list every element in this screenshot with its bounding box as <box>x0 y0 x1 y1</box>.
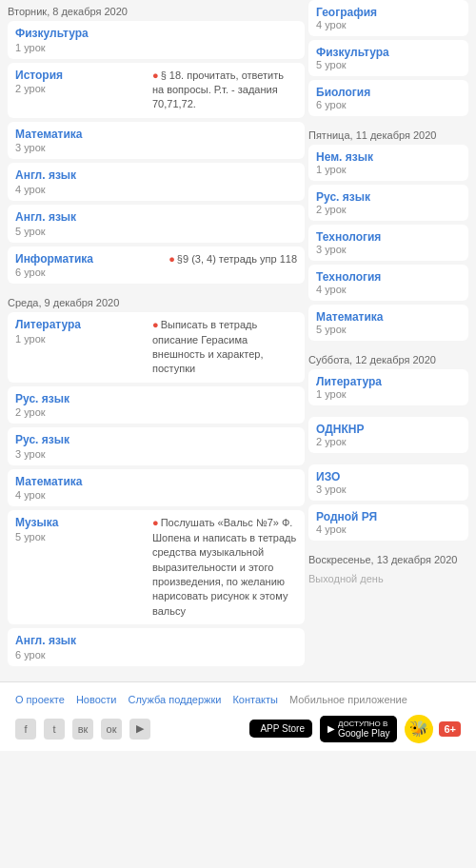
sunday-header: Воскресенье, 13 декабря 2020 <box>308 548 468 569</box>
lesson-subject: Англ. язык <box>15 634 297 649</box>
lesson-info: Физкультура 1 урок <box>15 27 297 53</box>
youtube-icon[interactable]: ▶ <box>129 719 150 740</box>
hw-dot: ● <box>152 517 159 528</box>
lesson-subject: Литература <box>316 375 461 388</box>
google-play-sub: ДОСТУПНО В <box>338 720 389 728</box>
lesson-homework: ●Выписать в тетрадь описание Герасима вн… <box>145 318 297 377</box>
lesson-homework: ●Послушать «Вальс №7» Ф. Шопена и написа… <box>145 516 297 619</box>
list-item: Технология 4 урок <box>308 265 468 301</box>
saturday-header: Суббота, 12 декабря 2020 <box>308 348 468 369</box>
list-item: Информатика 6 урок ●§9 (3, 4) тетрадь уп… <box>8 247 305 285</box>
left-column: Вторник, 8 декабря 2020 Физкультура 1 ур… <box>0 0 305 681</box>
lesson-number: 4 урок <box>15 184 297 195</box>
list-item: Физкультура 5 урок <box>308 40 468 76</box>
footer-apps: APP Store ▶ ДОСТУПНО В Google Play 🐝 6+ <box>249 715 461 743</box>
lesson-number: 6 урок <box>15 649 297 661</box>
lesson-number: 3 урок <box>15 142 297 153</box>
app-store-label: APP Store <box>260 723 305 734</box>
lesson-number: 1 урок <box>15 42 297 53</box>
footer-bottom: f t вк ок ▶ APP Store ▶ ДОСТУПНО В Googl… <box>15 715 461 743</box>
lesson-info: Математика 3 урок <box>15 128 297 154</box>
lesson-subject: ОДНКНР <box>316 423 461 436</box>
lesson-subject: История <box>15 69 145 84</box>
lesson-info: История 2 урок <box>15 69 145 95</box>
lesson-number: 2 урок <box>15 83 145 94</box>
list-item: Литература 1 урок ●Выписать в тетрадь оп… <box>8 312 305 383</box>
lesson-number: 4 урок <box>15 489 297 501</box>
lesson-number: 1 урок <box>15 333 145 345</box>
lesson-number: 5 урок <box>15 226 297 237</box>
google-play-label-wrap: ДОСТУПНО В Google Play <box>338 720 389 739</box>
lesson-subject: ИЗО <box>316 470 461 483</box>
vk-icon[interactable]: вк <box>72 719 93 740</box>
footer-link-support[interactable]: Служба поддержки <box>128 694 221 705</box>
list-item: Биология 6 урок <box>308 80 468 116</box>
footer-link-contacts[interactable]: Контакты <box>232 694 278 705</box>
lesson-subject: Родной РЯ <box>316 510 461 523</box>
hw-dot: ● <box>152 319 159 330</box>
list-item: Физкультура 1 урок <box>8 21 305 59</box>
lesson-number: 2 урок <box>316 204 461 215</box>
footer-badges: 🐝 6+ <box>405 715 461 743</box>
google-play-button[interactable]: ▶ ДОСТУПНО В Google Play <box>320 716 397 742</box>
facebook-icon[interactable]: f <box>15 719 36 740</box>
list-item: География 4 урок <box>308 0 468 36</box>
holiday-label: Выходной день <box>308 569 468 588</box>
app-store-button[interactable]: APP Store <box>249 720 312 738</box>
list-item: Рус. язык 3 урок <box>8 427 305 465</box>
hw-dot: ● <box>152 69 159 81</box>
day-section-saturday: Суббота, 12 декабря 2020 Литература 1 ур… <box>308 348 468 541</box>
list-item: Родной РЯ 4 урок <box>308 504 468 541</box>
footer-links: О проекте Новости Служба поддержки Конта… <box>15 694 461 705</box>
twitter-icon[interactable]: t <box>44 719 65 740</box>
lesson-subject: Физкультура <box>316 46 461 59</box>
lesson-subject: Англ. язык <box>15 168 297 184</box>
list-item: Технология 3 урок <box>308 225 468 261</box>
google-play-label: Google Play <box>338 728 389 739</box>
list-item: Англ. язык 6 урок <box>8 628 305 666</box>
list-item: Англ. язык 5 урок <box>8 205 305 243</box>
lesson-info: Рус. язык 3 урок <box>15 433 297 460</box>
lesson-subject: Нем. язык <box>316 150 461 164</box>
lesson-subject: Музыка <box>15 516 145 531</box>
list-item: Музыка 5 урок ●Послушать «Вальс №7» Ф. Ш… <box>8 510 305 624</box>
lesson-number: 5 урок <box>316 59 461 70</box>
list-item: Математика 4 урок <box>8 469 305 507</box>
day-section-thursday-top: География 4 урок Физкультура 5 урок Биол… <box>308 0 468 116</box>
lesson-number: 3 урок <box>316 483 461 495</box>
list-item: Математика 5 урок <box>308 305 468 341</box>
day-section-tuesday: Вторник, 8 декабря 2020 Физкультура 1 ур… <box>8 0 305 284</box>
lesson-number: 4 урок <box>316 523 461 535</box>
wednesday-header: Среда, 9 декабря 2020 <box>8 291 305 312</box>
lesson-subject: Технология <box>316 270 461 284</box>
lesson-number: 6 урок <box>15 266 161 278</box>
list-item: Рус. язык 2 урок <box>8 386 305 424</box>
main-content: Вторник, 8 декабря 2020 Физкультура 1 ур… <box>0 0 476 681</box>
lesson-number: 2 урок <box>15 406 297 418</box>
lesson-subject: Математика <box>15 128 297 143</box>
odnoklassniki-icon[interactable]: ок <box>101 719 122 740</box>
list-item: Англ. язык 4 урок <box>8 163 305 201</box>
footer: О проекте Новости Служба поддержки Конта… <box>0 681 476 751</box>
lesson-info: Англ. язык 5 урок <box>15 210 297 237</box>
footer-social: f t вк ок ▶ <box>15 719 150 740</box>
list-item: История 2 урок ●§ 18. прочитать, ответит… <box>8 63 305 118</box>
lesson-number: 5 урок <box>316 324 461 335</box>
lesson-number: 4 урок <box>316 19 461 30</box>
list-item: Нем. язык 1 урок <box>308 145 468 181</box>
lesson-subject: Математика <box>316 310 461 324</box>
lesson-subject: Рус. язык <box>316 190 461 204</box>
lesson-subject: Информатика <box>15 252 161 267</box>
lesson-subject: Англ. язык <box>15 210 297 226</box>
play-icon: ▶ <box>327 723 335 734</box>
lesson-info: Англ. язык 4 урок <box>15 168 297 195</box>
day-section-friday: Пятница, 11 декабря 2020 Нем. язык 1 уро… <box>308 124 468 341</box>
lesson-number: 5 урок <box>15 531 145 542</box>
lesson-subject: География <box>316 6 461 19</box>
tuesday-header: Вторник, 8 декабря 2020 <box>8 0 305 21</box>
lesson-subject: Технология <box>316 230 461 244</box>
footer-link-news[interactable]: Новости <box>76 694 117 705</box>
list-item: Литература 1 урок <box>308 369 468 405</box>
lesson-number: 1 урок <box>316 388 461 400</box>
footer-link-about[interactable]: О проекте <box>15 694 65 705</box>
